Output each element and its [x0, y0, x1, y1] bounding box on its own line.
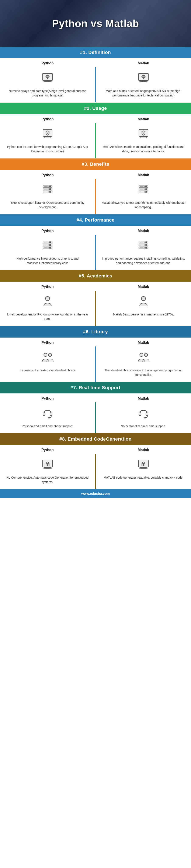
- section-header-performance: #4. Performance: [0, 214, 191, 226]
- python-text-academics: It was development by Python software fo…: [4, 312, 91, 321]
- section-definition: #1. Definition Python Matlab: [0, 47, 191, 103]
- col-headers-benefits: Python Matlab: [0, 170, 191, 179]
- matlab-col-realtime: No personalized real time support.: [96, 402, 191, 433]
- col-headers-realtime: Python Matlab: [0, 394, 191, 402]
- shield-icon: [136, 127, 151, 142]
- matlab-text-library: The standard library does not contain ge…: [100, 368, 187, 377]
- svg-point-68: [49, 247, 50, 248]
- python-col-head: Python: [0, 114, 95, 123]
- col-headers-usage: Python Matlab: [0, 114, 191, 123]
- computer-icon: [40, 71, 55, 86]
- server-icon: [136, 183, 151, 197]
- svg-point-79: [146, 247, 147, 248]
- people-icon: [40, 350, 55, 365]
- section-realtime: #7. Real time Support Python Matlab Pers…: [0, 382, 191, 433]
- matlab-text-definition: Math and Matrix oriented languages(MATLA…: [100, 89, 187, 98]
- page-title: Python vs Matlab: [52, 18, 139, 29]
- section-embedded: #8. Embedded CodeGeneration Python Matla…: [0, 433, 191, 489]
- python-col-performance: High-performance linear algebra, graphic…: [0, 235, 95, 270]
- svg-point-64: [50, 245, 51, 245]
- section-usage: #2. Usage Python Matlab Python can be us…: [0, 103, 191, 158]
- matlab-col-library: The standard library does not contain ge…: [96, 346, 191, 382]
- matlab-col-head: Matlab: [96, 114, 191, 123]
- svg-rect-98: [146, 413, 148, 416]
- footer: www.educba.com: [0, 489, 191, 498]
- matlab-text-realtime: No personalized real time support.: [121, 424, 166, 429]
- people-icon: [136, 350, 151, 365]
- hero-section: Python vs Matlab: [0, 0, 191, 47]
- computer-icon: [136, 71, 151, 86]
- svg-point-55: [146, 192, 147, 192]
- svg-point-44: [49, 192, 50, 192]
- svg-point-76: [146, 245, 147, 245]
- python-text-performance: High-performance linear algebra, graphic…: [4, 256, 91, 265]
- lock-icon: [40, 294, 55, 309]
- svg-line-13: [49, 75, 49, 75]
- python-text-definition: Numeric arrays and data type(A high leve…: [4, 89, 91, 98]
- python-text-benefits: Extensive support libraries.Open source …: [4, 200, 91, 210]
- svg-rect-99: [144, 417, 146, 418]
- svg-rect-97: [139, 413, 141, 416]
- python-text-realtime: Personalized email and phone support.: [22, 424, 73, 429]
- matlab-col-head: Matlab: [96, 394, 191, 402]
- section-academics: #5. Academics Python Matlab It was devel…: [0, 270, 191, 326]
- svg-point-38: [49, 186, 50, 187]
- col-headers-library: Python Matlab: [0, 338, 191, 346]
- svg-rect-96: [48, 417, 50, 418]
- svg-line-12: [49, 78, 49, 78]
- svg-rect-94: [43, 413, 45, 416]
- section-header-usage: #2. Usage: [0, 103, 191, 114]
- phone-icon: [136, 406, 151, 421]
- svg-point-37: [50, 186, 51, 187]
- python-col-embedded: No Comprehensive, Automatic code Generat…: [0, 454, 95, 489]
- svg-point-92: [140, 353, 143, 357]
- svg-line-29: [142, 78, 142, 78]
- phone-icon: [40, 406, 55, 421]
- section-benefits: #3. Benefits Python Matlab E: [0, 158, 191, 214]
- footer-text: www.educba.com: [81, 492, 110, 495]
- section-performance: #4. Performance Python Matlab: [0, 214, 191, 270]
- python-col-head: Python: [0, 170, 95, 179]
- matlab-col-embedded: MATLAB code generates readable, portable…: [96, 454, 191, 489]
- svg-point-40: [50, 189, 51, 189]
- python-col-benefits: Extensive support libraries.Open source …: [0, 179, 95, 214]
- matlab-text-benefits: Matlab allows you to test algorithms imm…: [100, 200, 187, 210]
- server-icon: [40, 183, 55, 197]
- python-col-definition: Numeric arrays and data type(A high leve…: [0, 67, 95, 102]
- svg-point-65: [49, 245, 50, 245]
- matlab-col-head: Matlab: [96, 170, 191, 179]
- python-text-embedded: No Comprehensive, Automatic code Generat…: [4, 475, 91, 484]
- python-col-head: Python: [0, 226, 95, 235]
- svg-point-110: [143, 464, 144, 465]
- section-header-definition: #1. Definition: [0, 47, 191, 58]
- content-row-definition: Numeric arrays and data type(A high leve…: [0, 67, 191, 103]
- svg-point-74: [145, 242, 146, 243]
- section-header-library: #6. Library: [0, 326, 191, 338]
- matlab-col-head: Matlab: [96, 58, 191, 67]
- python-col-realtime: Personalized email and phone support.: [0, 402, 95, 433]
- svg-point-56: [145, 192, 146, 192]
- matlab-text-embedded: MATLAB code generates readable, portable…: [103, 475, 183, 480]
- svg-point-77: [145, 245, 146, 245]
- section-library: #6. Library Python Matlab It consists of…: [0, 326, 191, 382]
- content-row-embedded: No Comprehensive, Automatic code Generat…: [0, 454, 191, 489]
- content-row-usage: Python can be used for web programming (…: [0, 123, 191, 158]
- matlab-text-academics: Matlab Basic version is in market since …: [113, 312, 174, 317]
- svg-point-90: [44, 353, 47, 357]
- content-row-academics: It was development by Python software fo…: [0, 290, 191, 326]
- content-row-realtime: Personalized email and phone support. No…: [0, 402, 191, 433]
- python-col-head: Python: [0, 282, 95, 290]
- svg-point-93: [144, 353, 148, 357]
- matlab-text-usage: MATLAB allows matrix manipulations, plot…: [100, 145, 187, 154]
- section-header-realtime: #7. Real time Support: [0, 382, 191, 394]
- section-header-academics: #5. Academics: [0, 270, 191, 282]
- matlab-text-performance: Improved performance requires installing…: [100, 256, 187, 265]
- svg-point-61: [50, 242, 51, 243]
- svg-point-41: [49, 189, 50, 189]
- svg-point-104: [47, 464, 48, 465]
- matlab-col-head: Matlab: [96, 445, 191, 454]
- matlab-col-usage: MATLAB allows matrix manipulations, plot…: [96, 123, 191, 158]
- python-col-usage: Python can be used for web programming (…: [0, 123, 95, 158]
- matlab-col-head: Matlab: [96, 226, 191, 235]
- matlab-col-academics: Matlab Basic version is in market since …: [96, 290, 191, 326]
